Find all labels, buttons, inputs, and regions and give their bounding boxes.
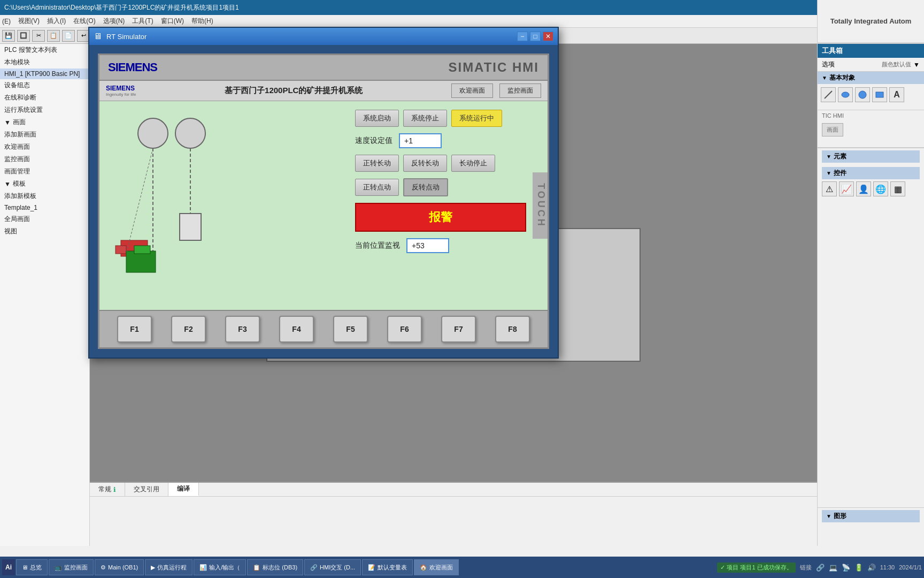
menu-online[interactable]: 在线(O)	[73, 17, 95, 26]
f3-button[interactable]: F3	[225, 316, 260, 343]
reverse-jog-button[interactable]: 反转点动	[403, 178, 448, 196]
controls-expand-icon: ▼	[826, 170, 831, 176]
stop-motion-button[interactable]: 长动停止	[451, 155, 495, 172]
sidebar-item-monitor-screen[interactable]: 监控画面	[0, 153, 89, 165]
tray-icon-2[interactable]: 💻	[829, 564, 837, 572]
reverse-long-button[interactable]: 反转长动	[403, 155, 447, 172]
taskbar-btn-total[interactable]: 🖥 总览	[16, 559, 48, 575]
tab-label2: 交叉引用	[134, 485, 159, 494]
sidebar-item-add-screen[interactable]: 添加新画面	[0, 128, 89, 141]
sidebar-item-screen-management[interactable]: 画面管理	[0, 165, 89, 178]
speed-input[interactable]	[399, 133, 442, 148]
bottom-tab-normal[interactable]: 常规 ℹ	[90, 483, 125, 496]
menu-tools[interactable]: 工具(T)	[132, 17, 153, 26]
elements-section[interactable]: ▼ 元素	[822, 150, 920, 163]
system-start-button[interactable]: 系统启动	[355, 110, 399, 127]
welcome-screen-button[interactable]: 欢迎画面	[451, 83, 493, 98]
sidebar-item-online-diag[interactable]: 在线和诊断	[0, 92, 89, 104]
menu-options[interactable]: 选项(N)	[103, 17, 125, 26]
sidebar-item-device-config[interactable]: 设备组态	[0, 79, 89, 92]
toolbar-btn-2[interactable]: ✂	[32, 30, 45, 42]
f2-button[interactable]: F2	[171, 316, 206, 343]
sidebar-label: 在线和诊断	[4, 93, 36, 102]
sidebar-label: 添加新模板	[4, 192, 36, 201]
success-status: ✓ 项目 项目1 已成功保存。	[717, 562, 795, 573]
sidebar-item-global-screen[interactable]: 全局画面	[0, 213, 89, 225]
globe-icon[interactable]: 🌐	[873, 181, 888, 196]
chart-icon[interactable]: 📈	[839, 181, 854, 196]
warning-icon[interactable]: ⚠	[822, 181, 837, 196]
minimize-button[interactable]: −	[517, 32, 528, 41]
close-button[interactable]: ✕	[543, 32, 553, 41]
f6-button[interactable]: F6	[387, 316, 422, 343]
taskbar-btn-db3[interactable]: 📋 标志位 (DB3)	[247, 559, 303, 575]
toolbar-btn-3[interactable]: 📋	[47, 30, 60, 42]
link-label[interactable]: 链接	[800, 564, 812, 572]
position-input[interactable]	[406, 238, 449, 253]
sidebar-item-welcome-screen[interactable]: 欢迎画面	[0, 141, 89, 153]
f7-button[interactable]: F7	[441, 316, 476, 343]
sidebar-item-template1[interactable]: Template_1	[0, 202, 89, 213]
f8-button[interactable]: F8	[495, 316, 530, 343]
sidebar-item-templates[interactable]: ▼ 模板	[0, 178, 89, 190]
f5-button[interactable]: F5	[333, 316, 368, 343]
circle-tool-icon[interactable]	[855, 87, 870, 102]
line-tool-icon[interactable]	[821, 87, 836, 102]
tray-icon-3[interactable]: 📡	[842, 564, 850, 572]
toolbar-btn-4[interactable]: 📄	[62, 30, 75, 42]
taskbar-btn-monitor-screen[interactable]: 📺 监控画面	[49, 559, 94, 575]
basic-objects-section[interactable]: ▼ 基本对象	[818, 72, 924, 84]
taskbar-btn-hmi-interact[interactable]: 🔗 HMI交互 (D...	[304, 559, 361, 575]
f1-button[interactable]: F1	[117, 316, 152, 343]
taskbar-btn-simulation[interactable]: ▶ 仿真运行程	[145, 559, 192, 575]
rectangle-tool-icon[interactable]	[872, 87, 887, 102]
taskbar-btn-io[interactable]: 📊 输入/输出（	[194, 559, 246, 575]
system-tray: ✓ 项目 项目1 已成功保存。 链接 🔗 💻 📡 🔋 🔊 11:30 2024/…	[717, 562, 922, 573]
person-icon[interactable]: 👤	[856, 181, 871, 196]
menu-help[interactable]: 帮助(H)	[191, 17, 213, 26]
sidebar-item-add-template[interactable]: 添加新模板	[0, 190, 89, 202]
basic-objects-label: 基本对象	[829, 73, 855, 82]
panel-icon[interactable]: ▦	[890, 181, 905, 196]
sidebar-item-view[interactable]: 视图	[0, 225, 89, 238]
sidebar-item-plc-alarm[interactable]: PLC 报警文本列表	[0, 44, 89, 56]
menu-insert[interactable]: 插入(I)	[47, 17, 66, 26]
taskbar-btn-welcome[interactable]: 🏠 欢迎画面	[414, 559, 459, 575]
save-button[interactable]: 💾	[2, 30, 15, 42]
sidebar-label: 监控画面	[4, 155, 30, 164]
toolbar-btn-1[interactable]: 🔲	[17, 30, 30, 42]
text-tool-icon[interactable]: A	[889, 87, 904, 102]
sidebar-item-local-module[interactable]: 本地模块	[0, 56, 89, 69]
tray-icon-1[interactable]: 🔗	[816, 564, 825, 572]
sidebar-label: PLC 报警文本列表	[4, 45, 57, 55]
system-running-button[interactable]: 系统运行中	[451, 110, 502, 127]
sidebar-item-runtime-settings[interactable]: 运行系统设置	[0, 104, 89, 116]
io-icon: 📊	[199, 564, 207, 571]
taskbar-btn-default-vars[interactable]: 📝 默认变量表	[362, 559, 413, 575]
sidebar-item-hmi[interactable]: HMI_1 [KTP900 Basic PN]	[0, 69, 89, 79]
taskbar-btn-main-ob1[interactable]: ⚙ Main (OB1)	[95, 559, 144, 575]
tray-icon-4[interactable]: 🔋	[854, 564, 863, 572]
graphics-section[interactable]: ▼ 图形	[822, 510, 920, 522]
tray-icon-5[interactable]: 🔊	[867, 564, 876, 572]
f4-button[interactable]: F4	[279, 316, 314, 343]
sidebar-label: 画面	[13, 118, 26, 127]
ellipse-tool-icon[interactable]	[838, 87, 853, 102]
monitor-screen-button[interactable]: 监控画面	[499, 83, 541, 98]
dropdown-arrow-icon[interactable]: ▼	[913, 61, 920, 69]
forward-long-button[interactable]: 正转长动	[355, 155, 399, 172]
menu-e[interactable]: (E)	[2, 18, 11, 25]
sidebar-item-screens[interactable]: ▼ 画面	[0, 116, 89, 128]
maximize-button[interactable]: □	[530, 32, 541, 41]
graphics-expand-icon: ▼	[826, 513, 831, 519]
menu-window[interactable]: 窗口(W)	[161, 17, 184, 26]
bottom-tab-cross-ref[interactable]: 交叉引用	[125, 483, 168, 496]
system-stop-button[interactable]: 系统停止	[403, 110, 447, 127]
right-btn-1[interactable]: 画面	[822, 123, 843, 136]
controls-section[interactable]: ▼ 控件	[822, 167, 920, 179]
sidebar-label: 视图	[4, 227, 17, 236]
bottom-tab-compile[interactable]: 编译	[168, 483, 199, 496]
menu-view[interactable]: 视图(V)	[18, 17, 40, 26]
speed-label: 速度设定值	[355, 136, 392, 146]
forward-jog-button[interactable]: 正转点动	[355, 179, 399, 196]
